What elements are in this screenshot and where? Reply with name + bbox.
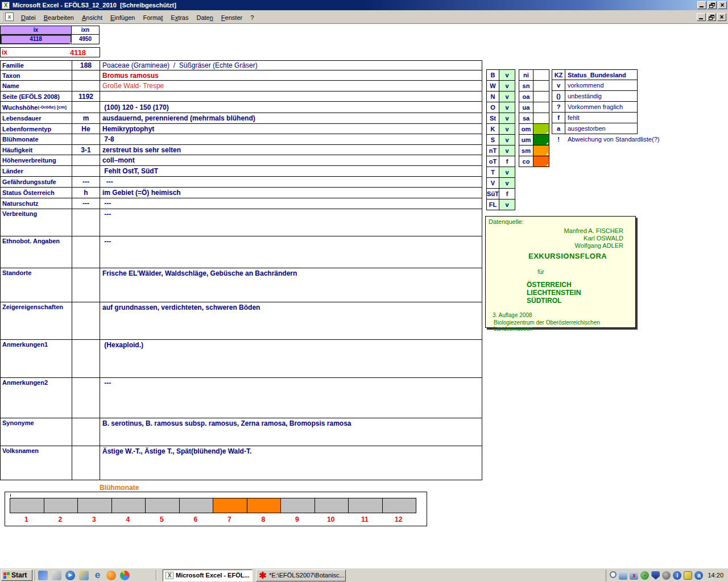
workbook-icon[interactable]: X — [5, 13, 14, 21]
field-label-cell[interactable]: Ethnobot. Angaben — [1, 236, 72, 268]
field-value-cell[interactable]: Frische EL’Wälder, Waldschläge, Gebüsche… — [100, 268, 482, 302]
legend-text-cell[interactable]: vorkommend — [565, 80, 638, 91]
network-signal-icon[interactable] — [619, 571, 627, 580]
field-label-cell[interactable]: Seite (EFÖLS 2008) — [1, 92, 72, 102]
field-label-cell[interactable]: Wuchshöhe (-Größe) [cm] — [1, 102, 72, 113]
field-code-cell[interactable] — [72, 134, 100, 145]
menu-einfgen[interactable]: Einfügen — [106, 13, 139, 23]
legend-text-cell[interactable]: unbeständig — [565, 91, 638, 102]
zone-color-cell[interactable] — [533, 92, 549, 102]
field-value-cell[interactable]: coll–mont — [100, 155, 482, 166]
bloom-months-chart[interactable]: 123456789101112 — [5, 492, 427, 526]
field-value-cell[interactable]: --- — [100, 209, 482, 236]
restore-button[interactable] — [708, 1, 717, 9]
field-code-cell[interactable]: --- — [72, 198, 100, 209]
keyboard-layout-icon[interactable] — [684, 571, 692, 580]
field-label-cell[interactable]: Anmerkungen2 — [1, 378, 72, 418]
zone-code-cell[interactable]: ni — [519, 70, 533, 81]
bundesland-status-cell[interactable]: v — [499, 135, 515, 146]
ix-header-cell[interactable]: ix — [1, 26, 72, 35]
field-label-cell[interactable]: Standorte — [1, 268, 72, 302]
bundesland-status-cell[interactable]: v — [499, 199, 515, 210]
field-label-cell[interactable]: Verbreitung — [1, 209, 72, 236]
bundesland-status-cell[interactable]: v — [499, 92, 515, 102]
field-label-cell[interactable]: Synonyme — [1, 418, 72, 446]
menu-?[interactable]: ? — [246, 13, 258, 23]
zone-code-cell[interactable]: ua — [519, 102, 533, 113]
show-desktop-icon[interactable] — [52, 571, 61, 580]
field-label-cell[interactable]: Volksnamen — [1, 446, 72, 480]
legend-kz-header[interactable]: KZ — [552, 69, 565, 80]
field-label-cell[interactable]: Status Österreich — [1, 188, 72, 198]
zone-color-cell[interactable] — [533, 135, 549, 146]
menu-extras[interactable]: Extras — [167, 13, 192, 23]
security-shield-icon[interactable] — [651, 571, 660, 580]
field-value-cell[interactable]: Poaceae (Gramineae) / Süßgräser (Echte G… — [100, 61, 482, 70]
bundesland-code-cell[interactable]: SüT — [487, 189, 499, 199]
datenquelle-box[interactable]: Datenquelle: Manfred A. FISCHER Karl OSW… — [485, 216, 636, 328]
ix-value-cell-selected[interactable]: 4118 — [1, 35, 72, 44]
zone-code-cell[interactable]: co — [519, 156, 533, 167]
field-value-cell[interactable]: --- — [100, 198, 482, 209]
field-label-cell[interactable]: Zeigereigenschaften — [1, 302, 72, 340]
field-code-cell[interactable] — [72, 378, 100, 418]
zone-code-cell[interactable]: sm — [519, 146, 533, 156]
field-code-cell[interactable]: 3-1 — [72, 145, 100, 155]
menu-format[interactable]: Format — [139, 13, 167, 23]
legend-text-cell[interactable]: fehlt — [565, 113, 638, 123]
field-code-cell[interactable] — [72, 102, 100, 113]
bundesland-code-cell[interactable]: nT — [487, 146, 499, 156]
field-code-cell[interactable] — [72, 209, 100, 236]
volume-icon[interactable] — [662, 571, 671, 580]
legend-kz-cell[interactable]: ? — [552, 102, 565, 113]
task-button-excel[interactable]: X Microsoft Excel - EFÖL... — [163, 569, 253, 581]
field-value-cell[interactable]: Ästige W.-T., Ästige T., Spät(blühend)e … — [100, 446, 482, 480]
field-code-cell[interactable]: h — [72, 188, 100, 198]
field-code-cell[interactable] — [72, 155, 100, 166]
info-icon[interactable]: i — [673, 571, 681, 580]
zone-color-cell[interactable] — [533, 102, 549, 113]
bundesland-status-cell[interactable]: v — [499, 124, 515, 135]
field-code-cell[interactable] — [72, 268, 100, 302]
zone-code-cell[interactable]: om — [519, 124, 533, 135]
workbook-minimize-button[interactable] — [697, 13, 706, 21]
field-label-cell[interactable]: Lebensdauer — [1, 113, 72, 124]
menu-daten[interactable]: Daten — [192, 13, 217, 23]
legend-text-cell[interactable]: Abweichung von Standardliste(?) — [565, 134, 638, 145]
field-value-cell[interactable]: --- — [100, 177, 482, 188]
bundesland-code-cell[interactable]: FL — [487, 199, 499, 210]
zone-code-cell[interactable]: sn — [519, 81, 533, 92]
zone-code-cell[interactable]: oa — [519, 92, 533, 102]
start-button[interactable]: Start — [1, 569, 32, 581]
field-label-cell[interactable]: Blühmonate — [1, 134, 72, 145]
field-value-cell[interactable]: zerstreut bis sehr selten — [100, 145, 482, 155]
field-value-cell[interactable]: ausdauernd, perennierend (mehrmals blühe… — [100, 113, 482, 124]
field-value-cell[interactable]: Bromus ramosus — [100, 70, 482, 81]
zone-color-cell[interactable] — [533, 70, 549, 81]
bundesland-code-cell[interactable]: V — [487, 178, 499, 189]
field-label-cell[interactable]: Gefährdungsstufe — [1, 177, 72, 188]
toolbar-grip-icon[interactable] — [1, 12, 3, 22]
menu-datei[interactable]: Datei — [17, 13, 40, 23]
chrome-icon[interactable] — [120, 571, 130, 580]
field-label-cell[interactable]: Taxon — [1, 70, 72, 81]
zone-code-cell[interactable]: um — [519, 135, 533, 146]
field-label-cell[interactable]: Häufigkeit — [1, 145, 72, 155]
field-value-cell[interactable]: (100) 120 - 150 (170) — [100, 102, 482, 113]
bundesland-code-cell[interactable]: O — [487, 102, 499, 113]
field-value-cell[interactable]: --- — [100, 236, 482, 268]
menu-ansicht[interactable]: Ansicht — [78, 13, 106, 23]
magnifier-icon[interactable] — [610, 571, 617, 578]
bundesland-code-cell[interactable]: T — [487, 167, 499, 178]
field-label-cell[interactable]: Lebenformentyp — [1, 124, 72, 134]
zone-color-cell[interactable] — [533, 146, 549, 156]
zone-code-cell[interactable]: sa — [519, 113, 533, 124]
close-button[interactable] — [718, 1, 727, 9]
field-label-cell[interactable]: Naturschutz — [1, 198, 72, 209]
legend-text-cell[interactable]: Vorkommen fraglich — [565, 102, 638, 113]
bundesland-status-cell[interactable]: v — [499, 113, 515, 124]
field-value-cell[interactable]: Fehlt OstT, SüdT — [100, 166, 482, 177]
field-value-cell[interactable]: Große Wald- Trespe — [100, 81, 482, 92]
field-code-cell[interactable] — [72, 236, 100, 268]
bundesland-status-cell[interactable]: v — [499, 178, 515, 189]
